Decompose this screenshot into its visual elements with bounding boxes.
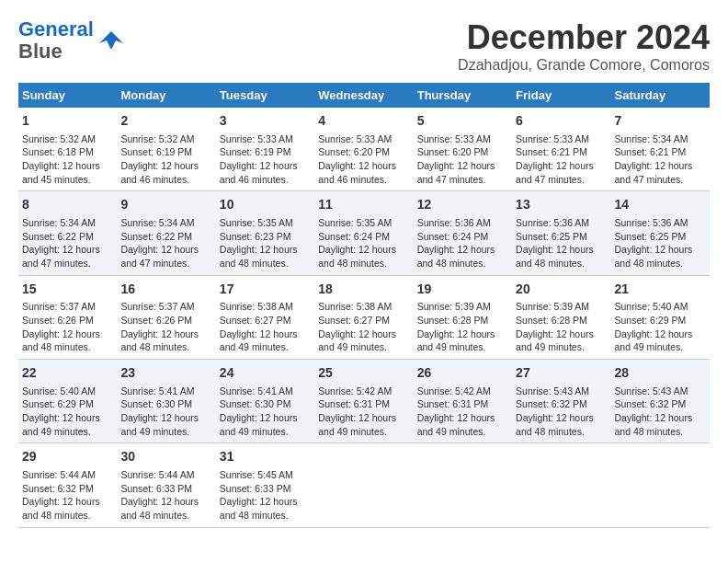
sunset-info: Sunset: 6:25 PM [516,230,607,244]
sunset-info: Sunset: 6:31 PM [417,397,508,411]
day-number: 18 [318,281,409,299]
sunrise-info: Sunrise: 5:36 AM [516,216,607,230]
sunset-info: Sunset: 6:21 PM [615,145,706,159]
day-number: 31 [220,448,311,466]
calendar-cell: 17 Sunrise: 5:38 AM Sunset: 6:27 PM Dayl… [216,275,314,359]
daylight-label: Daylight: 12 hours and 45 minutes. [22,159,113,186]
daylight-label: Daylight: 12 hours and 49 minutes. [417,411,508,438]
calendar-cell: 13 Sunrise: 5:36 AM Sunset: 6:25 PM Dayl… [512,191,610,275]
day-number: 13 [516,196,607,214]
sunset-info: Sunset: 6:28 PM [417,314,508,327]
calendar-cell: 28 Sunrise: 5:43 AM Sunset: 6:32 PM Dayl… [611,360,710,443]
calendar-cell: 23 Sunrise: 5:41 AM Sunset: 6:30 PM Dayl… [117,360,215,443]
daylight-label: Daylight: 12 hours and 48 minutes. [120,495,211,522]
header-friday: Friday [512,83,610,108]
daylight-label: Daylight: 12 hours and 48 minutes. [120,327,211,354]
week-row-2: 8 Sunrise: 5:34 AM Sunset: 6:22 PM Dayli… [18,191,710,275]
day-number: 28 [615,364,706,383]
sunset-info: Sunset: 6:20 PM [417,145,508,159]
daylight-label: Daylight: 12 hours and 49 minutes. [220,411,311,438]
sunset-info: Sunset: 6:20 PM [318,145,409,159]
sunset-info: Sunset: 6:21 PM [516,145,607,159]
daylight-label: Daylight: 12 hours and 49 minutes. [516,327,607,354]
calendar-header-row: SundayMondayTuesdayWednesdayThursdayFrid… [18,83,710,108]
daylight-label: Daylight: 12 hours and 47 minutes. [417,159,508,186]
day-number: 29 [22,448,113,466]
calendar-cell: 2 Sunrise: 5:32 AM Sunset: 6:19 PM Dayli… [117,108,215,191]
svg-marker-0 [99,31,123,50]
sunrise-info: Sunrise: 5:45 AM [220,468,311,482]
calendar-cell [611,443,710,527]
calendar-cell: 31 Sunrise: 5:45 AM Sunset: 6:33 PM Dayl… [216,443,314,527]
day-number: 30 [120,448,211,466]
daylight-label: Daylight: 12 hours and 46 minutes. [120,159,211,186]
sunset-info: Sunset: 6:19 PM [220,145,311,159]
day-number: 6 [516,112,607,131]
week-row-1: 1 Sunrise: 5:32 AM Sunset: 6:18 PM Dayli… [18,108,710,191]
daylight-label: Daylight: 12 hours and 48 minutes. [516,243,607,270]
sunrise-info: Sunrise: 5:35 AM [220,216,311,230]
sunrise-info: Sunrise: 5:36 AM [417,216,508,230]
daylight-label: Daylight: 12 hours and 48 minutes. [417,243,508,270]
daylight-label: Daylight: 12 hours and 48 minutes. [22,495,113,522]
sunrise-info: Sunrise: 5:40 AM [615,300,706,314]
sunrise-info: Sunrise: 5:33 AM [318,132,409,146]
calendar-cell: 6 Sunrise: 5:33 AM Sunset: 6:21 PM Dayli… [512,108,610,191]
logo-text: GeneralBlue [18,18,94,63]
day-number: 11 [318,196,409,214]
day-number: 4 [318,112,409,131]
calendar-cell [414,443,512,527]
daylight-label: Daylight: 12 hours and 48 minutes. [220,495,311,522]
sunset-info: Sunset: 6:22 PM [120,230,211,244]
daylight-label: Daylight: 12 hours and 47 minutes. [615,159,706,186]
daylight-label: Daylight: 12 hours and 47 minutes. [516,159,607,186]
calendar-cell: 14 Sunrise: 5:36 AM Sunset: 6:25 PM Dayl… [611,191,710,275]
calendar-cell: 18 Sunrise: 5:38 AM Sunset: 6:27 PM Dayl… [314,275,413,359]
day-number: 9 [120,196,211,214]
day-number: 21 [615,281,706,299]
sunrise-info: Sunrise: 5:33 AM [516,132,607,146]
sunset-info: Sunset: 6:18 PM [22,145,113,159]
sunrise-info: Sunrise: 5:38 AM [220,300,311,314]
daylight-label: Daylight: 12 hours and 49 minutes. [318,411,409,438]
sunset-info: Sunset: 6:25 PM [615,230,706,244]
day-number: 24 [220,364,311,383]
calendar-cell: 25 Sunrise: 5:42 AM Sunset: 6:31 PM Dayl… [314,360,413,443]
sunrise-info: Sunrise: 5:33 AM [220,132,311,146]
sunset-info: Sunset: 6:28 PM [516,314,607,327]
calendar-cell: 26 Sunrise: 5:42 AM Sunset: 6:31 PM Dayl… [414,360,512,443]
day-number: 3 [220,112,311,131]
daylight-label: Daylight: 12 hours and 48 minutes. [615,411,706,438]
week-row-5: 29 Sunrise: 5:44 AM Sunset: 6:32 PM Dayl… [18,443,710,527]
month-title: December 2024 [458,18,710,57]
calendar-cell: 12 Sunrise: 5:36 AM Sunset: 6:24 PM Dayl… [414,191,512,275]
day-number: 20 [516,281,607,299]
sunset-info: Sunset: 6:24 PM [417,230,508,244]
sunset-info: Sunset: 6:32 PM [22,482,113,496]
day-number: 2 [120,112,211,131]
daylight-label: Daylight: 12 hours and 49 minutes. [120,411,211,438]
calendar-cell: 30 Sunrise: 5:44 AM Sunset: 6:33 PM Dayl… [117,443,215,527]
header-wednesday: Wednesday [314,83,413,108]
day-number: 16 [120,281,211,299]
header-saturday: Saturday [611,83,710,108]
daylight-label: Daylight: 12 hours and 49 minutes. [22,411,113,438]
calendar-cell: 8 Sunrise: 5:34 AM Sunset: 6:22 PM Dayli… [18,191,117,275]
sunrise-info: Sunrise: 5:42 AM [318,385,409,398]
sunset-info: Sunset: 6:27 PM [318,314,409,327]
sunrise-info: Sunrise: 5:44 AM [22,468,113,482]
calendar-cell: 27 Sunrise: 5:43 AM Sunset: 6:32 PM Dayl… [512,360,610,443]
calendar-cell: 21 Sunrise: 5:40 AM Sunset: 6:29 PM Dayl… [611,275,710,359]
day-number: 23 [120,364,211,383]
sunset-info: Sunset: 6:26 PM [22,314,113,327]
page-header: GeneralBlue December 2024 Dzahadjou, Gra… [18,18,710,74]
sunrise-info: Sunrise: 5:35 AM [318,216,409,230]
sunrise-info: Sunrise: 5:40 AM [22,385,113,398]
week-row-4: 22 Sunrise: 5:40 AM Sunset: 6:29 PM Dayl… [18,360,710,443]
daylight-label: Daylight: 12 hours and 47 minutes. [22,243,113,270]
calendar-cell [314,443,413,527]
logo: GeneralBlue [18,18,125,63]
daylight-label: Daylight: 12 hours and 49 minutes. [318,327,409,354]
calendar-cell: 15 Sunrise: 5:37 AM Sunset: 6:26 PM Dayl… [18,275,117,359]
daylight-label: Daylight: 12 hours and 46 minutes. [318,159,409,186]
